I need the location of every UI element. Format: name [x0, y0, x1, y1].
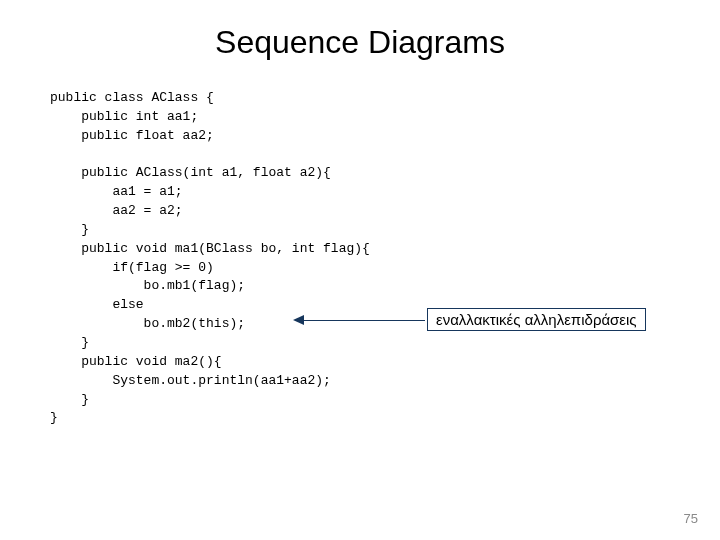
arrow-head-icon: [293, 315, 304, 325]
page-number: 75: [684, 511, 698, 526]
annotation-label: εναλλακτικές αλληλεπιδράσεις: [427, 308, 646, 331]
code-block: public class AClass { public int aa1; pu…: [50, 89, 670, 428]
page-title: Sequence Diagrams: [50, 24, 670, 61]
annotation-callout: εναλλακτικές αλληλεπιδράσεις: [295, 308, 675, 334]
arrow-line-icon: [295, 320, 425, 321]
slide: Sequence Diagrams public class AClass { …: [0, 0, 720, 540]
